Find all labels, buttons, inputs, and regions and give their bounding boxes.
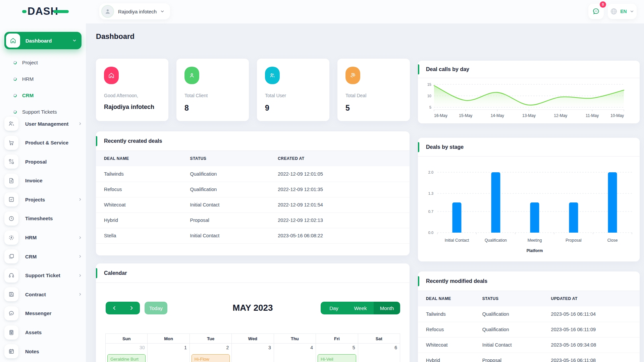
calendar-day-cell[interactable]: 3 <box>232 344 274 362</box>
top-header: DASH Rajodiya infotech 0 EN <box>0 0 644 23</box>
sidebar-item-support-ticket[interactable]: Support Ticket <box>4 268 82 283</box>
calendar-day-cell[interactable]: 2 Hi-Flow <box>190 344 232 362</box>
stat-value: 8 <box>184 104 241 113</box>
sidebar-item-product-service[interactable]: Product & Service <box>4 136 82 150</box>
svg-text:15-May: 15-May <box>459 113 472 118</box>
svg-text:10-May: 10-May <box>610 113 624 118</box>
users-icon <box>4 117 18 131</box>
company-name: Rajodiya infotech <box>118 9 157 14</box>
svg-text:Qualification: Qualification <box>485 238 507 243</box>
svg-text:2.0: 2.0 <box>428 170 433 174</box>
sidebar-item-messenger[interactable]: Messenger <box>4 306 82 320</box>
card-header: Deals by stage <box>418 138 640 157</box>
calendar-day-cell[interactable]: 4 <box>274 344 316 362</box>
stat-card-greeting: Good Afternoon, Rajodiya infotech <box>96 59 168 121</box>
accent-bar <box>96 136 97 146</box>
stat-label: Total User <box>265 93 321 98</box>
rocket-icon <box>345 67 360 84</box>
deal-calls-by-day-card: Deal calls by day 5101516-May15-May14-Ma… <box>418 61 640 123</box>
weekday-label: Fri <box>316 334 358 343</box>
sidebar-item-dashboard[interactable]: Dashboard <box>4 32 82 49</box>
sidebar-item-timesheets[interactable]: Timesheets <box>4 212 82 226</box>
messages-button[interactable]: 0 <box>588 4 604 19</box>
column-header: DEAL NAME <box>418 291 482 306</box>
subitem-label: Project <box>22 60 38 65</box>
sidebar-item-label: Product & Service <box>25 140 82 145</box>
sidebar: Dashboard Project HRM CRM Support Ticket… <box>0 23 86 362</box>
svg-text:11-May: 11-May <box>586 113 599 118</box>
sidebar-item-assets[interactable]: Assets <box>4 325 82 340</box>
accent-bar <box>418 142 419 152</box>
language-code: EN <box>620 9 627 14</box>
accent-bar <box>418 64 419 74</box>
view-month-button[interactable]: Month <box>374 302 400 314</box>
contract-icon <box>4 287 18 301</box>
bullet-icon <box>13 60 17 64</box>
deal-status: Initial Contact <box>482 337 551 353</box>
deal-updated-at: 2023-05-16 09:34:08 <box>551 337 640 353</box>
sidebar-item-projects[interactable]: Projects <box>4 192 82 206</box>
app-logo: DASH <box>22 5 69 17</box>
calendar-event[interactable]: Hi-Veil <box>318 354 356 362</box>
home-icon <box>104 67 119 84</box>
table-row: Tailwinds Qualification 2023-05-16 06:11… <box>418 306 640 322</box>
subitem-label: CRM <box>22 93 34 98</box>
deal-status: Proposal <box>482 353 551 362</box>
view-week-button[interactable]: Week <box>347 302 374 314</box>
svg-text:16-May: 16-May <box>434 113 447 118</box>
svg-text:Platform: Platform <box>527 248 543 253</box>
calendar-view-switcher: Day Week Month <box>321 302 400 314</box>
sidebar-item-label: Support Ticket <box>25 273 78 278</box>
view-day-button[interactable]: Day <box>321 302 347 314</box>
sidebar-item-notes[interactable]: Notes <box>4 344 82 358</box>
sidebar-subitem-crm[interactable]: CRM <box>0 87 86 104</box>
calendar-day-cell[interactable]: 30 Geraldine Burt <box>106 344 148 362</box>
calendar-event[interactable]: Hi-Flow <box>192 354 230 362</box>
deal-status: Initial Contact <box>190 228 278 243</box>
sidebar-item-label: Messenger <box>25 310 82 316</box>
sidebar-item-label: Dashboard <box>25 38 72 44</box>
svg-text:0.0: 0.0 <box>428 231 433 235</box>
bullet-icon <box>13 93 17 97</box>
card-title: Calendar <box>104 270 127 276</box>
company-selector[interactable]: Rajodiya infotech <box>99 3 170 19</box>
language-selector[interactable]: EN <box>608 4 637 19</box>
sidebar-item-hrm[interactable]: HRM <box>4 231 82 245</box>
sidebar-item-contract[interactable]: Contract <box>4 287 82 301</box>
users-icon <box>265 67 280 84</box>
deal-created-at: 2022-12-09 12:01:05 <box>278 166 410 182</box>
stat-card-total-client: Total Client 8 <box>176 59 249 121</box>
table-row: Whitecoat Initial Contact 2023-05-16 09:… <box>418 337 640 353</box>
sidebar-subitem-hrm[interactable]: HRM <box>0 71 86 87</box>
sidebar-nav-list: User Management Product & Service Propos… <box>4 117 82 362</box>
table-row: Hybrid Proposal 2023-05-16 06:11:08 <box>418 353 640 362</box>
weekday-header-row: Sun Mon Tue Wed Thu Fri Sat <box>106 334 400 344</box>
sidebar-item-proposal[interactable]: Proposal <box>4 155 82 169</box>
sidebar-item-crm[interactable]: CRM <box>4 249 82 263</box>
invoice-icon <box>4 174 18 188</box>
calendar-day-cell[interactable]: 1 <box>148 344 190 362</box>
accent-bar <box>96 268 97 278</box>
deal-created-at: 2022-12-09 12:01:35 <box>278 182 410 197</box>
deal-updated-at: 2023-05-16 06:11:08 <box>551 353 640 362</box>
chevron-down-icon <box>72 38 77 43</box>
globe-icon <box>610 8 618 15</box>
chat-badge: 0 <box>600 1 606 8</box>
card-title: Recently created deals <box>104 138 162 144</box>
column-header: STATUS <box>482 291 551 306</box>
deal-status: Proposal <box>190 213 278 228</box>
calendar-day-cell[interactable]: 5 Hi-Veil <box>316 344 358 362</box>
chevron-right-icon <box>78 254 82 258</box>
messenger-icon <box>4 306 18 320</box>
sidebar-item-label: Contract <box>25 292 78 297</box>
calendar-event[interactable]: Geraldine Burt <box>107 354 146 362</box>
card-title: Deals by stage <box>426 144 464 150</box>
subitem-label: HRM <box>22 76 34 82</box>
deal-status: Qualification <box>482 306 551 322</box>
page-title: Dashboard <box>96 32 135 41</box>
sidebar-item-invoice[interactable]: Invoice <box>4 174 82 188</box>
calendar-day-cell[interactable]: 6 <box>358 344 400 362</box>
sidebar-subitem-project[interactable]: Project <box>0 54 86 71</box>
table-header-row: DEAL NAME STATUS UPDATED AT <box>418 291 640 306</box>
sidebar-item-user-management[interactable]: User Management <box>4 117 82 131</box>
